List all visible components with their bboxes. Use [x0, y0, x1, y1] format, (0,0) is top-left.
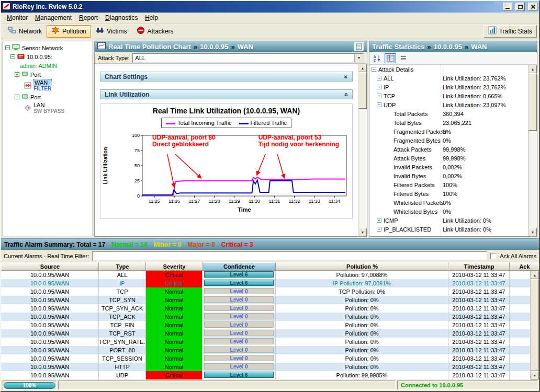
menu-diagnostics[interactable]: Diagnostics [102, 13, 141, 22]
collapse-chevron-icon[interactable]: » [343, 93, 350, 96]
col-header-severity[interactable]: Severity [146, 262, 203, 271]
scroll-up-icon[interactable]: ▲ [528, 65, 537, 73]
col-header-timestamp[interactable]: Timestamp [448, 262, 510, 271]
stats-row[interactable]: IP_BLACKLISTEDLink Utilization: 0% [369, 225, 528, 234]
alarm-row-PORT_80[interactable]: 10.0.0.95/WANPORT_80NormalLevel 0Polluti… [1, 346, 530, 354]
collapse-icon[interactable] [15, 72, 19, 77]
victims-button[interactable]: Victims [91, 25, 131, 38]
stats-row[interactable]: ICMPLink Utilization: 0% [369, 216, 528, 225]
collapse-icon[interactable] [372, 67, 376, 72]
stats-row[interactable]: Attack Bytes99,998% [369, 154, 528, 163]
alarm-row-TCP_FIN[interactable]: 10.0.0.95/WANTCP_FINNormalLevel 0Polluti… [1, 321, 530, 329]
stats-row[interactable]: Filtered Packets100% [369, 180, 528, 189]
minimize-button[interactable] [503, 3, 512, 11]
attack-type-select[interactable]: ALL ▼ [132, 53, 364, 63]
expand-icon[interactable] [377, 227, 381, 232]
chevron-down-icon[interactable]: ▼ [354, 54, 363, 62]
stats-row[interactable]: Attack Packets99,998% [369, 145, 528, 154]
tree-label-wan[interactable]: WAN [33, 79, 51, 86]
alarm-row-TCP_SYN[interactable]: 10.0.0.95/WANTCP_SYNNormalLevel 0Polluti… [1, 296, 530, 304]
scroll-thumb[interactable] [531, 279, 539, 371]
traffic-stats-button[interactable]: Traffic Stats [483, 25, 537, 38]
collapse-icon[interactable] [15, 95, 19, 99]
stats-row[interactable]: Fragmented Packets0% [369, 127, 528, 136]
alarm-row-TCP_RST[interactable]: 10.0.0.95/WANTCP_RSTNormalLevel 0Polluti… [1, 329, 530, 338]
report-button[interactable] [354, 42, 364, 51]
tree-node-port1[interactable]: Port [3, 70, 92, 79]
title-bar[interactable]: RioRey Inc. Rview 5.0.2 [1, 1, 539, 13]
alarm-row-IP[interactable]: 10.0.0.95/WANIPCriticalLevel 6IP Polluti… [1, 279, 530, 287]
stats-row[interactable]: Whitelisted Bytes0% [369, 207, 528, 216]
expand-icon[interactable] [377, 85, 381, 89]
attackers-button[interactable]: Attackers [132, 25, 178, 38]
stats-row[interactable]: ALLLink Utilization: 23,762% [369, 74, 528, 83]
col-header-ack[interactable]: Ack [510, 262, 539, 271]
alarm-row-TCP_SESSION[interactable]: 10.0.0.95/WANTCP_SESSIONNormalLevel 0Pol… [1, 354, 530, 363]
link-utilization-section-header[interactable]: Link Utilization » [100, 89, 353, 99]
tree-node-wan[interactable]: WAN FILTER [3, 79, 92, 93]
alarm-row-ALL[interactable]: 10.0.0.95/WANALLCriticalLevel 6Pollution… [1, 271, 530, 279]
tree-node-sensor-network[interactable]: Sensor Network [3, 43, 92, 52]
tree-node-lan[interactable]: LAN SW BYPASS [3, 101, 92, 115]
scroll-thumb[interactable] [358, 72, 367, 109]
stats-row[interactable]: Total Packets360,394 [369, 109, 528, 118]
stats-row[interactable]: IPLink Utilization: 23,762% [369, 83, 528, 91]
maximize-button[interactable] [515, 3, 525, 11]
tree-node-admin[interactable]: admin: ADMIN [3, 61, 92, 70]
menu-report[interactable]: Report [75, 13, 102, 22]
stats-row[interactable]: Attack Details [369, 65, 528, 74]
network-button[interactable]: Network [3, 25, 47, 38]
stats-row[interactable]: Total Bytes23,065,221 [369, 118, 528, 127]
stats-row[interactable]: UDPLink Utilization: 23,097% [369, 100, 528, 109]
tree-label-lan-mode: SW BYPASS [33, 108, 64, 114]
confidence-bar: Level 0 [204, 313, 274, 319]
alarm-row-HTTP[interactable]: 10.0.0.95/WANHTTPNormalLevel 0Pollution:… [1, 363, 530, 371]
collapse-icon[interactable] [377, 102, 381, 107]
alarm-row-TCP_ACK[interactable]: 10.0.0.95/WANTCP_ACKNormalLevel 0Polluti… [1, 313, 530, 321]
tree-node-port2[interactable]: Port [3, 93, 92, 101]
expand-icon[interactable] [377, 94, 381, 98]
col-header-source[interactable]: Source [1, 262, 99, 271]
alarm-filter-input[interactable] [92, 251, 487, 261]
details-view-button[interactable] [385, 53, 396, 63]
stats-row[interactable]: Fragmented Bytes0% [369, 136, 528, 145]
alarm-table-scrollbar[interactable]: ▲ ▼ [530, 271, 539, 379]
stats-row[interactable]: TCPLink Utilization: 0,665% [369, 91, 528, 100]
stats-row[interactable]: Invalid Bytes0,002% [369, 171, 528, 180]
tree-label-lan[interactable]: LAN [33, 102, 64, 108]
col-header-type[interactable]: Type [99, 262, 146, 271]
alarm-row-TCP[interactable]: 10.0.0.95/WANTCPNormalLevel 0TCP Polluti… [1, 287, 530, 296]
chart-scrollbar[interactable]: ▲ ▼ [358, 64, 367, 236]
collapse-icon[interactable] [10, 54, 15, 59]
col-header-confidence[interactable]: Confidence [203, 262, 276, 271]
menu-help[interactable]: Help [141, 13, 162, 22]
scroll-up-icon[interactable]: ▲ [358, 64, 367, 72]
close-button[interactable] [528, 3, 537, 11]
ack-all-checkbox[interactable] [490, 253, 497, 259]
stats-row[interactable]: Invalid Packets0,002% [369, 163, 528, 171]
scroll-down-icon[interactable]: ▼ [528, 228, 537, 236]
link-utilization-chart: Real Time Link Utilization (10.0.0.95, W… [100, 103, 353, 219]
collapse-icon[interactable] [5, 45, 10, 50]
stats-row[interactable]: Whitelisted Packets0% [369, 198, 528, 207]
scroll-thumb[interactable] [528, 73, 537, 131]
col-header-pollution[interactable]: Pollution % [276, 262, 448, 271]
menu-monitor[interactable]: Monitor [3, 13, 31, 22]
scroll-up-icon[interactable]: ▲ [531, 271, 539, 279]
pollution-button[interactable]: Pollution [47, 25, 91, 38]
tree-node-device[interactable]: 10.0.0.95: [3, 52, 92, 61]
expand-icon[interactable] [377, 218, 381, 223]
expand-icon[interactable] [377, 76, 381, 80]
stats-scrollbar[interactable]: ▲ ▼ [528, 65, 537, 236]
menu-management[interactable]: Management [31, 13, 75, 22]
stats-row[interactable]: Filtered Bytes100% [369, 189, 528, 198]
sort-az-button[interactable]: AZ [372, 53, 383, 63]
alarm-row-TCP_SYN_ACK[interactable]: 10.0.0.95/WANTCP_SYN_ACKNormalLevel 0Pol… [1, 304, 530, 313]
alarm-row-TCP_SYN_RATE...[interactable]: 10.0.0.95/WANTCP_SYN_RATE...NormalLevel … [1, 338, 530, 346]
scroll-down-icon[interactable]: ▼ [531, 371, 539, 379]
scroll-down-icon[interactable]: ▼ [358, 228, 367, 236]
alarm-row-UDP[interactable]: 10.0.0.95/WANUDPCriticalLevel 6Pollution… [1, 371, 530, 379]
expand-chevron-icon[interactable]: » [343, 75, 350, 78]
list-view-button[interactable] [398, 53, 409, 63]
chart-settings-section-header[interactable]: Chart Settings » [100, 72, 353, 82]
